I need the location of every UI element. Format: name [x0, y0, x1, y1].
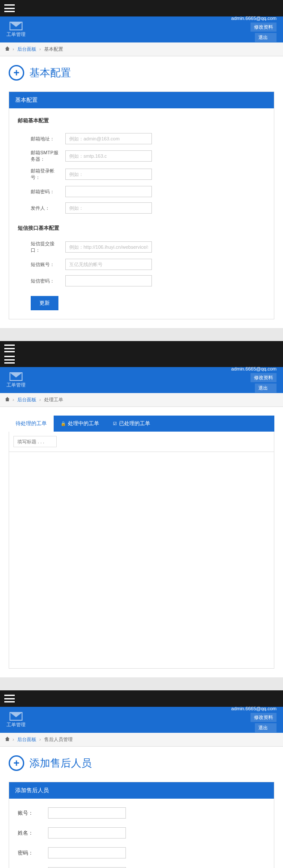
- sender-label: 发件人：: [18, 205, 65, 211]
- user-menu: admin.6665@qq.com 修改资料 退出: [231, 16, 277, 43]
- sms-pwd-input[interactable]: [65, 275, 152, 286]
- config-panel: 基本配置 邮箱基本配置 邮箱地址： 邮箱SMTP服务器： 邮箱登录帐号： 邮箱密…: [9, 91, 274, 319]
- mail-icon: [10, 712, 23, 721]
- tab-processing[interactable]: 🔒处理中的工单: [54, 416, 106, 432]
- logo-text: 工单管理: [6, 31, 26, 38]
- lock-icon: 🔒: [61, 421, 66, 426]
- home-icon[interactable]: [5, 737, 10, 741]
- user-email[interactable]: admin.6665@qq.com: [231, 16, 277, 21]
- tab-pending[interactable]: 待处理的工单: [9, 416, 54, 432]
- account-input[interactable]: [48, 807, 126, 819]
- breadcrumb: › 后台面板 › 售后人员管理: [0, 733, 283, 747]
- breadcrumb: › 后台面板 › 基本配置: [0, 42, 283, 56]
- smtp-input[interactable]: [65, 150, 152, 162]
- sms-url-input[interactable]: [65, 241, 152, 253]
- breadcrumb-current: 售后人员管理: [44, 737, 73, 742]
- email-pwd-label: 邮箱密码：: [18, 189, 65, 195]
- top-bar: [0, 690, 283, 707]
- login-label: 邮箱登录帐号：: [18, 168, 65, 181]
- sender-input[interactable]: [65, 202, 152, 214]
- plus-icon[interactable]: +: [9, 65, 24, 81]
- password-label: 密码：: [18, 849, 48, 857]
- logo-text: 工单管理: [6, 722, 26, 728]
- logo[interactable]: 工单管理: [6, 372, 26, 388]
- name-label: 姓名：: [18, 829, 48, 837]
- ticket-list-body: [9, 452, 274, 669]
- user-email[interactable]: admin.6665@qq.com: [231, 366, 277, 371]
- login-input[interactable]: [65, 169, 152, 180]
- smtp-label: 邮箱SMTP服务器：: [18, 150, 65, 163]
- update-button[interactable]: 更新: [31, 296, 58, 310]
- menu-icon-2[interactable]: [4, 356, 15, 364]
- email-addr-input[interactable]: [65, 133, 152, 144]
- email-pwd-input[interactable]: [65, 186, 152, 197]
- logo-text: 工单管理: [6, 382, 26, 388]
- logout-link[interactable]: 退出: [255, 384, 277, 393]
- page-title: + 添加售后人员: [9, 755, 274, 771]
- user-email[interactable]: admin.6665@qq.com: [231, 706, 277, 711]
- sms-url-label: 短信提交接口：: [18, 241, 65, 254]
- breadcrumb: › 后台面板 › 处理工单: [0, 393, 283, 407]
- header-bar: 工单管理 admin.6665@qq.com 修改资料 退出: [0, 367, 283, 393]
- account-label: 账号：: [18, 809, 48, 817]
- name-input[interactable]: [48, 827, 126, 839]
- edit-profile-link[interactable]: 修改资料: [251, 373, 277, 382]
- search-input[interactable]: [13, 436, 57, 447]
- page-title: + 基本配置: [9, 65, 274, 81]
- edit-profile-link[interactable]: 修改资料: [251, 713, 277, 722]
- email-addr-label: 邮箱地址：: [18, 136, 65, 142]
- header-bar: 工单管理 admin.6665@qq.com 修改资料 退出: [0, 707, 283, 733]
- sms-acc-label: 短信账号：: [18, 261, 65, 268]
- logout-link[interactable]: 退出: [255, 33, 277, 42]
- search-bar: [9, 432, 274, 452]
- top-bar: [0, 0, 283, 16]
- tab-completed[interactable]: ☑已处理的工单: [106, 416, 157, 432]
- breadcrumb-home-link[interactable]: 后台面板: [17, 397, 36, 402]
- breadcrumb-current: 基本配置: [44, 46, 63, 52]
- home-icon[interactable]: [5, 46, 10, 51]
- sms-acc-input[interactable]: [65, 259, 152, 270]
- check-icon: ☑: [113, 421, 117, 426]
- breadcrumb-current: 处理工单: [44, 397, 63, 402]
- user-menu: admin.6665@qq.com 修改资料 退出: [231, 366, 277, 394]
- header-bar: 工单管理 admin.6665@qq.com 修改资料 退出: [0, 16, 283, 42]
- logo[interactable]: 工单管理: [6, 712, 26, 728]
- user-menu: admin.6665@qq.com 修改资料 退出: [231, 706, 277, 734]
- breadcrumb-home-link[interactable]: 后台面板: [17, 46, 36, 52]
- sms-section-title: 短信接口基本配置: [18, 224, 265, 232]
- menu-icon-1[interactable]: [4, 345, 15, 352]
- password-input[interactable]: [48, 847, 126, 858]
- menu-icon[interactable]: [4, 4, 15, 12]
- panel-header: 基本配置: [9, 92, 274, 108]
- mail-icon: [10, 22, 23, 30]
- ticket-tabs: 待处理的工单 🔒处理中的工单 ☑已处理的工单: [9, 416, 274, 432]
- email-section-title: 邮箱基本配置: [18, 117, 265, 124]
- edit-profile-link[interactable]: 修改资料: [251, 23, 277, 32]
- menu-icon[interactable]: [4, 695, 15, 702]
- sms-pwd-label: 短信密码：: [18, 278, 65, 284]
- panel-header: 添加售后人员: [9, 782, 274, 799]
- mail-icon: [10, 372, 23, 381]
- plus-icon[interactable]: +: [9, 755, 24, 771]
- top-bar: [0, 341, 283, 367]
- logout-link[interactable]: 退出: [255, 723, 277, 732]
- add-staff-panel: 添加售后人员 账号： 姓名： 密码： 确认密码：: [9, 782, 274, 868]
- logo[interactable]: 工单管理: [6, 22, 26, 38]
- breadcrumb-home-link[interactable]: 后台面板: [17, 737, 36, 742]
- home-icon[interactable]: [5, 397, 10, 401]
